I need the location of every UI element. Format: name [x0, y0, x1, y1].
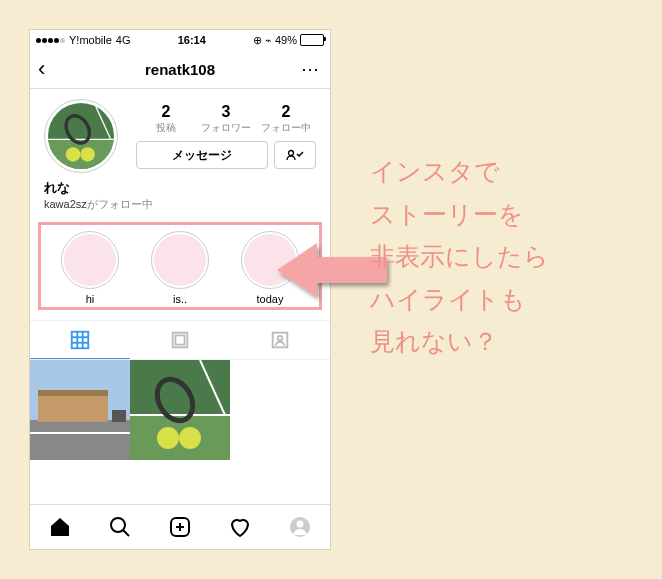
nav-bar: ‹ renatk108 ⋯	[30, 50, 330, 89]
alarm-icon: ⊕	[253, 34, 262, 47]
svg-line-31	[123, 530, 129, 536]
profile-header: 2 投稿 3 フォロワー 2 フォロー中 メッセージ	[30, 89, 330, 179]
highlight-label: hi	[86, 293, 95, 305]
nav-activity[interactable]	[228, 515, 252, 539]
svg-rect-20	[38, 390, 108, 396]
battery-icon	[300, 34, 324, 46]
following-icon	[286, 149, 304, 161]
signal-icon	[36, 38, 65, 43]
svg-point-5	[66, 147, 81, 162]
network-label: 4G	[116, 34, 131, 46]
stat-following-label: フォロー中	[256, 121, 316, 135]
caption-line: インスタで	[370, 150, 640, 193]
nav-search[interactable]	[108, 515, 132, 539]
nav-home[interactable]	[48, 515, 72, 539]
display-name: れな	[44, 179, 316, 197]
post-image	[130, 360, 230, 460]
svg-point-30	[111, 518, 125, 532]
tagged-icon	[269, 329, 291, 351]
nav-add[interactable]	[168, 515, 192, 539]
svg-rect-8	[72, 331, 89, 348]
post-thumbnail[interactable]	[130, 360, 230, 460]
stat-posts[interactable]: 2 投稿	[136, 103, 196, 135]
back-button[interactable]: ‹	[38, 56, 45, 82]
post-thumbnail[interactable]	[30, 360, 130, 460]
svg-point-7	[289, 151, 294, 156]
annotation-text: インスタで ストーリーを 非表示にしたら ハイライトも 見れない？	[370, 150, 640, 363]
avatar-image	[48, 103, 114, 169]
highlight-item[interactable]: is..	[145, 231, 215, 305]
highlight-item[interactable]: hi	[55, 231, 125, 305]
heart-icon	[228, 515, 252, 539]
svg-point-16	[278, 336, 283, 341]
battery-pct: 49%	[275, 34, 297, 46]
svg-rect-18	[30, 420, 130, 460]
svg-rect-22	[30, 432, 130, 434]
caption-line: 見れない？	[370, 320, 640, 363]
stat-followers-count: 3	[196, 103, 256, 121]
svg-point-28	[157, 427, 179, 449]
status-bar: Y!mobile 4G 16:14 ⊕ ⌁ 49%	[30, 30, 330, 50]
more-button[interactable]: ⋯	[301, 58, 320, 80]
feed-icon	[169, 329, 191, 351]
stat-followers-label: フォロワー	[196, 121, 256, 135]
followed-by-suffix: がフォロー中	[87, 198, 153, 210]
home-icon	[48, 515, 72, 539]
profile-icon	[288, 515, 312, 539]
tab-feed[interactable]	[130, 321, 230, 359]
bluetooth-icon: ⌁	[265, 34, 272, 47]
followed-by: kawa2szがフォロー中	[44, 197, 316, 212]
avatar[interactable]	[44, 99, 118, 173]
stat-followers[interactable]: 3 フォロワー	[196, 103, 256, 135]
caption-line: 非表示にしたら	[370, 235, 640, 278]
profile-tabs	[30, 320, 330, 360]
post-image	[30, 360, 130, 460]
add-icon	[168, 515, 192, 539]
caption-line: ストーリーを	[370, 193, 640, 236]
highlight-thumb	[154, 234, 206, 286]
posts-grid	[30, 360, 330, 460]
stat-following[interactable]: 2 フォロー中	[256, 103, 316, 135]
clock-label: 16:14	[134, 34, 248, 46]
highlight-thumb	[64, 234, 116, 286]
svg-point-36	[297, 521, 304, 528]
stat-posts-count: 2	[136, 103, 196, 121]
profile-stats: 2 投稿 3 フォロワー 2 フォロー中 メッセージ	[136, 99, 316, 173]
highlight-label: is..	[173, 293, 187, 305]
svg-point-29	[179, 427, 201, 449]
stat-posts-label: 投稿	[136, 121, 196, 135]
profile-bio: れな kawa2szがフォロー中	[30, 179, 330, 218]
followed-by-user: kawa2sz	[44, 198, 87, 210]
follow-state-button[interactable]	[274, 141, 316, 169]
grid-icon	[69, 329, 91, 351]
svg-rect-21	[112, 410, 126, 422]
tab-grid[interactable]	[30, 321, 130, 359]
svg-rect-14	[175, 335, 184, 344]
tab-tagged[interactable]	[230, 321, 330, 359]
bottom-nav	[30, 504, 330, 549]
carrier-label: Y!mobile	[69, 34, 112, 46]
search-icon	[108, 515, 132, 539]
nav-profile[interactable]	[288, 515, 312, 539]
svg-point-6	[80, 147, 95, 162]
message-button[interactable]: メッセージ	[136, 141, 268, 169]
stat-following-count: 2	[256, 103, 316, 121]
page-title: renatk108	[145, 61, 215, 78]
caption-line: ハイライトも	[370, 278, 640, 321]
